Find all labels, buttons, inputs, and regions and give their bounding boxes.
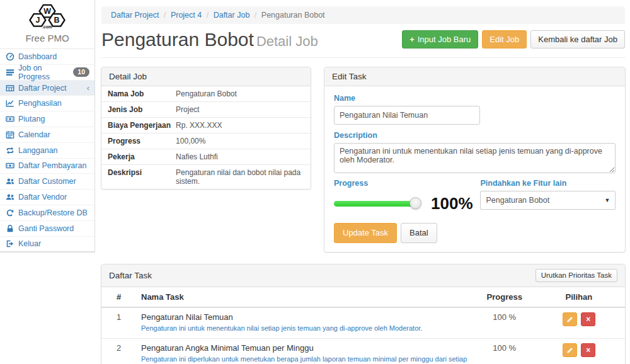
- lock-icon: [5, 224, 14, 233]
- delete-task-button[interactable]: ×: [581, 312, 595, 326]
- jwb-logo-icon: W J B .com: [22, 4, 72, 30]
- close-icon: ×: [586, 315, 590, 324]
- sidebar-item-label: Daftar Project: [18, 84, 66, 93]
- money-icon: [5, 115, 14, 123]
- breadcrumb-link-daftar-job[interactable]: Daftar Job: [214, 11, 250, 20]
- calendar-icon: [5, 130, 14, 139]
- table-row: Pekerja Nafies Luthfi: [101, 149, 311, 165]
- sidebar-item-label: Backup/Restore DB: [18, 208, 88, 217]
- dashboard-icon: [5, 52, 14, 61]
- close-icon: ×: [586, 346, 590, 355]
- sidebar-item-label: Daftar Pembayaran: [18, 161, 86, 170]
- job-count-badge: 10: [73, 67, 89, 77]
- sidebar-item-piutang[interactable]: Piutang: [0, 111, 94, 127]
- update-task-button[interactable]: Update Task: [334, 223, 397, 243]
- daftar-task-panel-title: Daftar Task: [109, 271, 152, 280]
- task-progress: 100 %: [476, 307, 533, 338]
- breadcrumb-current: Pengaturan Bobot: [261, 11, 325, 20]
- move-to-feature-select[interactable]: Pengaturan Bobot ▼: [480, 191, 616, 210]
- sidebar-item-daftar-vendor[interactable]: Daftar Vendor: [0, 190, 94, 205]
- sign-out-icon: [5, 239, 14, 248]
- progress-slider[interactable]: [334, 201, 416, 207]
- sidebar-item-daftar-pembayaran[interactable]: Daftar Pembayaran: [0, 159, 94, 174]
- table-row: Deskripsi Pengaturan nilai dan bobot nil…: [101, 165, 311, 190]
- task-name: Pengaturan Nilai Temuan: [141, 312, 471, 322]
- progress-label: Progress: [334, 179, 480, 188]
- input-job-baru-button[interactable]: + Input Job Baru: [402, 30, 478, 49]
- breadcrumb-separator: /: [164, 11, 166, 20]
- task-description-textarea[interactable]: Pengaturan ini untuk menentukan nilai se…: [334, 143, 616, 173]
- sidebar-item-dashboard[interactable]: Dashboard: [0, 49, 94, 65]
- svg-text:.com: .com: [42, 25, 52, 29]
- sidebar-item-label: Daftar Vendor: [18, 193, 67, 202]
- description-label: Description: [334, 131, 616, 140]
- task-row: 1 Pengaturan Nilai Temuan Pengaturan ini…: [101, 307, 625, 338]
- brand-logo-block: W J B .com Free PMO: [0, 0, 94, 49]
- task-description: Pengaturan ini diperlukan untuk menetuka…: [141, 355, 471, 364]
- column-header-progress: Progress: [476, 287, 533, 307]
- progress-percent-value: 100%: [431, 195, 473, 212]
- urutkan-prioritas-task-button-top[interactable]: Urutkan Prioritas Task: [536, 269, 617, 283]
- money-icon: [5, 161, 14, 170]
- refresh-icon: [5, 208, 14, 217]
- pencil-icon: [566, 316, 573, 323]
- detail-job-panel: Detail Job Nama Job Pengaturan Bobot Jen…: [101, 67, 311, 190]
- chevron-left-icon: ‹: [87, 84, 89, 92]
- edit-job-button[interactable]: Edit Job: [482, 30, 527, 49]
- sidebar-item-calendar[interactable]: Calendar: [0, 127, 94, 143]
- sidebar-item-backup-restore[interactable]: Backup/Restore DB: [0, 205, 94, 221]
- users-icon: [5, 193, 14, 202]
- edit-task-button[interactable]: [563, 312, 577, 326]
- table-row: Jenis Job Project: [101, 102, 311, 118]
- sidebar-item-ganti-password[interactable]: Ganti Password: [0, 221, 94, 237]
- progress-slider-fill: [334, 201, 416, 207]
- breadcrumb-link-project-4[interactable]: Project 4: [171, 11, 202, 20]
- task-name-input[interactable]: [334, 106, 480, 125]
- column-header-num: #: [101, 287, 136, 307]
- detail-job-table: Nama Job Pengaturan Bobot Jenis Job Proj…: [101, 86, 311, 189]
- task-name: Pengaturan Angka Minimal Temuan per Ming…: [141, 343, 471, 353]
- sidebar-item-label: Ganti Password: [18, 224, 74, 233]
- edit-task-button[interactable]: [563, 343, 577, 357]
- plus-icon: +: [410, 35, 415, 45]
- sidebar-item-label: Daftar Customer: [18, 177, 76, 186]
- sidebar-item-daftar-project[interactable]: Daftar Project ‹: [0, 81, 94, 96]
- column-header-actions: Pilihan: [533, 287, 625, 307]
- app-window: W J B .com Free PMO Dashboard Job on Pro…: [0, 0, 630, 364]
- page-title: Pengaturan BobotDetail Job: [101, 29, 318, 50]
- sidebar-item-penghasilan[interactable]: Penghasilan: [0, 96, 94, 111]
- daftar-task-panel: Daftar Task Urutkan Prioritas Task # Nam…: [101, 264, 626, 364]
- line-chart-icon: [5, 99, 14, 108]
- task-row: 2 Pengaturan Angka Minimal Temuan per Mi…: [101, 339, 625, 364]
- task-table-header-row: # Nama Task Progress Pilihan: [101, 287, 625, 307]
- batal-button[interactable]: Batal: [401, 223, 437, 243]
- tasks-icon: [5, 68, 14, 77]
- edit-task-panel-title: Edit Task: [324, 67, 625, 86]
- main-content: Daftar Project / Project 4 / Daftar Job …: [95, 0, 630, 364]
- brand-name: Free PMO: [3, 33, 92, 43]
- caret-down-icon: ▼: [605, 197, 610, 203]
- column-header-name: Nama Task: [136, 287, 476, 307]
- sidebar-item-label: Penghasilan: [18, 99, 62, 108]
- users-icon: [5, 177, 14, 186]
- detail-job-panel-title: Detail Job: [101, 67, 311, 86]
- pencil-icon: [566, 347, 573, 354]
- table-row: Biaya Pengerjaan Rp. XXX.XXX: [101, 118, 311, 134]
- progress-slider-handle[interactable]: [410, 197, 421, 209]
- sidebar-item-label: Calendar: [18, 130, 50, 139]
- breadcrumb-link-daftar-project[interactable]: Daftar Project: [111, 11, 159, 20]
- sidebar-item-daftar-customer[interactable]: Daftar Customer: [0, 174, 94, 190]
- sidebar-item-keluar[interactable]: Keluar: [0, 237, 94, 253]
- breadcrumb-separator: /: [255, 11, 256, 20]
- page-subtitle: Detail Job: [256, 33, 318, 49]
- sidebar: W J B .com Free PMO Dashboard Job on Pro…: [0, 0, 95, 364]
- sidebar-item-job-on-progress[interactable]: Job on Progress 10: [0, 65, 94, 81]
- kembali-ke-daftar-job-button[interactable]: Kembali ke daftar Job: [530, 30, 625, 49]
- sidebar-item-langganan[interactable]: Langganan: [0, 143, 94, 159]
- delete-task-button[interactable]: ×: [581, 343, 595, 357]
- breadcrumb: Daftar Project / Project 4 / Daftar Job …: [101, 6, 625, 24]
- sidebar-item-label: Keluar: [18, 239, 41, 248]
- page-header: Pengaturan BobotDetail Job + Input Job B…: [101, 24, 626, 58]
- svg-text:W: W: [43, 7, 51, 16]
- task-description: Pengaturan ini untuk menentukan nilai se…: [141, 324, 471, 334]
